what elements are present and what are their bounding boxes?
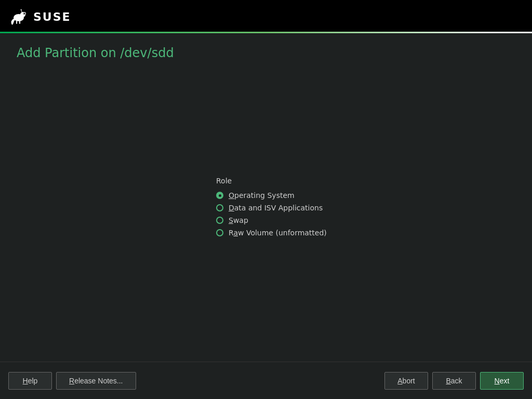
release-notes-button[interactable]: Release Notes... (56, 372, 136, 390)
svg-rect-4 (16, 21, 17, 24)
radio-circle-raw (216, 229, 223, 236)
next-button[interactable]: Next (480, 372, 524, 390)
radio-circle-data (216, 204, 223, 211)
help-button[interactable]: Help (8, 372, 52, 390)
page-title: Add Partition on /dev/sdd (17, 46, 515, 60)
radio-circle-os (216, 192, 223, 199)
role-label: Role (216, 177, 327, 185)
radio-option-data[interactable]: Data and ISV Applications (216, 204, 327, 212)
radio-circle-swap (216, 217, 223, 224)
suse-wordmark: SUSE (33, 10, 71, 23)
radio-label-os: Operating System (229, 191, 295, 200)
footer: Help Release Notes... Abort Back Next (0, 362, 532, 399)
radio-option-os[interactable]: Operating System (216, 191, 327, 200)
footer-right: Abort Back Next (384, 372, 524, 390)
radio-label-raw: Raw Volume (unformatted) (229, 229, 327, 237)
radio-label-data: Data and ISV Applications (229, 204, 323, 212)
back-button[interactable]: Back (432, 372, 476, 390)
suse-logo: SUSE (8, 6, 71, 27)
header-gradient (0, 32, 532, 33)
svg-rect-5 (19, 21, 20, 24)
chameleon-icon (8, 6, 29, 27)
radio-option-raw[interactable]: Raw Volume (unformatted) (216, 229, 327, 237)
radio-option-swap[interactable]: Swap (216, 216, 327, 224)
header: SUSE (0, 0, 532, 33)
abort-button[interactable]: Abort (384, 372, 428, 390)
svg-point-7 (24, 13, 25, 15)
role-section: Role Operating System Data and ISV Appli… (216, 177, 327, 241)
footer-left: Help Release Notes... (8, 372, 136, 390)
radio-label-swap: Swap (229, 216, 248, 224)
